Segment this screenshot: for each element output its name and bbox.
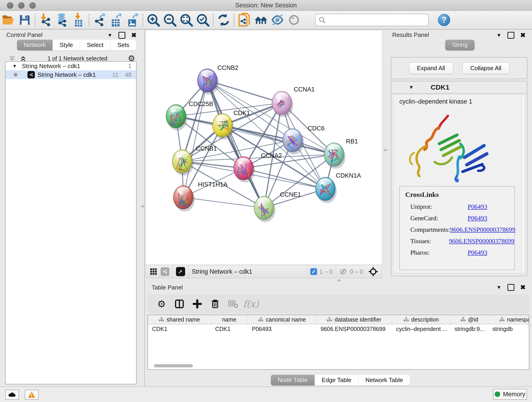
network-view-canvas[interactable]: CCNB2CCNA1CDC25BCDK1CDC6RB1CCNB1CCNA2CDK… xyxy=(146,30,382,265)
refresh-layout-icon[interactable] xyxy=(215,13,232,27)
show-columns-icon[interactable] xyxy=(171,299,188,309)
tab-network[interactable]: Network xyxy=(17,40,53,51)
export-network-icon[interactable] xyxy=(91,13,108,27)
hide-panel-icon[interactable] xyxy=(269,13,286,27)
network-row[interactable]: String Network – cdk1 11 48 xyxy=(6,70,136,79)
panel-menu-icon[interactable]: ▼ xyxy=(496,284,501,290)
edge-HIST1H1A-CCNE1[interactable] xyxy=(183,197,264,208)
right-splitter-handle[interactable] xyxy=(384,149,387,151)
import-table-icon[interactable] xyxy=(70,13,87,27)
collapse-all-button[interactable]: Collapse All xyxy=(462,62,510,74)
column-header--id[interactable]: @id xyxy=(450,315,488,324)
close-panel-icon[interactable]: ✖ xyxy=(520,32,526,38)
zoom-out-icon[interactable] xyxy=(162,13,178,27)
network-node-RB1[interactable]: RB1 xyxy=(324,138,358,169)
left-splitter-handle[interactable] xyxy=(141,205,145,207)
column-header-canonical-name[interactable]: canonical name xyxy=(248,315,317,324)
show-panel-icon[interactable] xyxy=(286,13,302,27)
table-cell[interactable]: cyclin–dependent ... xyxy=(392,324,450,333)
search-input[interactable] xyxy=(315,14,429,26)
tab-string-results[interactable]: String xyxy=(445,40,475,51)
hidden-elements-icon[interactable] xyxy=(339,268,348,275)
float-panel-icon[interactable] xyxy=(507,284,514,291)
crosslink-value-link[interactable]: P06493 xyxy=(468,215,487,222)
tab-sets[interactable]: Sets xyxy=(110,40,136,51)
column-header-name[interactable]: name xyxy=(211,315,248,324)
float-panel-icon[interactable] xyxy=(507,32,514,39)
table-cell[interactable]: P06493 xyxy=(248,324,317,333)
horizontal-splitter-handle[interactable] xyxy=(337,279,341,282)
expand-all-icon[interactable] xyxy=(19,55,27,62)
expand-all-button[interactable]: Expand All xyxy=(409,62,453,74)
selected-nodes-checkbox-icon[interactable]: ✓ xyxy=(310,268,317,275)
save-session-icon[interactable] xyxy=(17,13,33,27)
node-position-reset-icon[interactable] xyxy=(369,267,378,276)
delete-table-icon[interactable] xyxy=(224,300,242,308)
open-in-new-window-icon[interactable] xyxy=(176,267,185,276)
panel-menu-icon[interactable]: ▼ xyxy=(496,32,501,38)
column-header-namespace[interactable]: namespace xyxy=(488,315,529,324)
open-session-icon[interactable] xyxy=(0,13,17,27)
close-panel-icon[interactable]: ✖ xyxy=(131,32,137,38)
cloud-status-button[interactable] xyxy=(5,390,19,400)
add-column-icon[interactable] xyxy=(188,299,206,309)
crosslink-value-link[interactable]: P06493 xyxy=(468,249,487,256)
delete-column-icon[interactable] xyxy=(206,299,224,309)
tab-edge-table[interactable]: Edge Table xyxy=(315,375,359,385)
tab-network-table[interactable]: Network Table xyxy=(359,375,410,385)
warnings-button[interactable] xyxy=(25,390,38,400)
collapse-entry-icon[interactable]: ▼ xyxy=(409,84,414,90)
collapse-all-icon[interactable] xyxy=(8,55,16,62)
network-node-CCNA1[interactable]: CCNA1 xyxy=(272,86,315,117)
network-node-HIST1H1A[interactable]: HIST1H1A xyxy=(173,181,228,211)
tab-node-table[interactable]: Node Table xyxy=(271,375,315,385)
network-collection-row[interactable]: ▼ String Network – cdk1 1 xyxy=(6,62,136,70)
crosslink-value-link[interactable]: 9606.ENSP00000378699 xyxy=(450,226,515,233)
table-cell[interactable]: 9606.ENSP00000378699 xyxy=(317,324,392,333)
float-panel-icon[interactable] xyxy=(119,32,125,39)
import-network-icon[interactable] xyxy=(37,13,54,27)
string-tools-icon[interactable] xyxy=(161,267,169,276)
table-cell[interactable]: CDK1 xyxy=(211,324,248,333)
toolbar-divider xyxy=(143,14,143,26)
column-header-shared-name[interactable]: shared name xyxy=(148,315,211,324)
table-settings-gear-icon[interactable]: ⚙ xyxy=(152,298,171,310)
network-node-CDC25B[interactable]: CDC25B xyxy=(166,101,213,130)
collapse-tree-icon[interactable]: ▼ xyxy=(12,64,17,69)
crosslink-value-link[interactable]: 9606.ENSP00000378699 xyxy=(449,237,514,245)
network-from-file-icon[interactable] xyxy=(236,13,253,27)
close-panel-icon[interactable]: ✖ xyxy=(520,284,526,291)
memory-button[interactable]: Memory xyxy=(493,389,527,400)
export-table-icon[interactable] xyxy=(108,13,124,27)
table-cell[interactable]: stringdb xyxy=(488,324,529,333)
crosslink-value-link[interactable]: P06493 xyxy=(468,203,487,211)
column-header-database-identifier[interactable]: database identifier xyxy=(317,315,392,324)
network-node-CDKN1A[interactable]: CDKN1A xyxy=(316,172,361,203)
home-icon[interactable] xyxy=(253,13,269,27)
export-image-icon[interactable] xyxy=(124,13,141,27)
table-horizontal-scrollbar[interactable] xyxy=(151,364,529,368)
node-details-card: ▼ CDK1 cyclin–dependent kinase 1 xyxy=(391,81,527,276)
panel-menu-icon[interactable]: ▼ xyxy=(108,32,113,38)
zoom-fit-icon[interactable] xyxy=(178,13,195,27)
column-type-icon xyxy=(327,317,332,322)
table-cell[interactable]: CDK1 xyxy=(148,324,211,333)
tab-select[interactable]: Select xyxy=(80,40,110,51)
import-database-icon[interactable] xyxy=(54,13,70,27)
scrollbar-thumb[interactable] xyxy=(154,364,193,367)
zoom-selected-icon[interactable] xyxy=(195,13,211,27)
table-cell[interactable]: stringdb:9... xyxy=(450,324,488,333)
results-vertical-scrollbar[interactable] xyxy=(521,94,525,274)
edge-CCNB2-CCNE1[interactable] xyxy=(207,80,264,208)
network-node-CCNE1[interactable]: CCNE1 xyxy=(254,191,301,222)
table-row[interactable]: CDK1CDK1P064939606.ENSP00000378699cyclin… xyxy=(148,324,529,333)
help-icon[interactable]: ? xyxy=(438,14,450,26)
edge-CCNA2-CDKN1A[interactable] xyxy=(244,168,325,189)
function-builder-icon[interactable]: f(x) xyxy=(242,299,260,309)
tab-style[interactable]: Style xyxy=(53,40,80,51)
edge-CCNB2-HIST1H1A[interactable] xyxy=(183,80,207,197)
column-header-description[interactable]: description xyxy=(392,315,450,324)
zoom-in-icon[interactable] xyxy=(145,13,162,27)
birdseye-view-icon[interactable] xyxy=(150,268,157,275)
column-header-label: canonical name xyxy=(266,316,306,323)
